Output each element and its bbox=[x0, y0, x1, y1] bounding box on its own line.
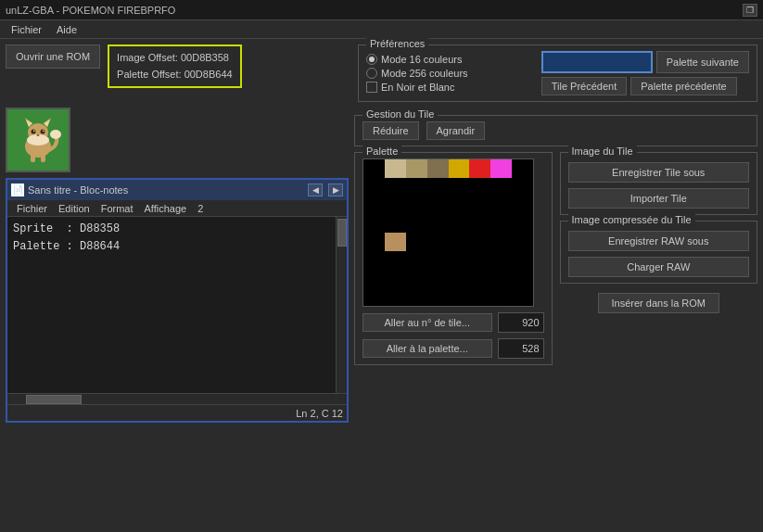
palette-color-cell[interactable] bbox=[512, 214, 533, 233]
goto-palette-button[interactable]: Aller à la palette... bbox=[362, 339, 492, 358]
radio-256-btn[interactable] bbox=[366, 68, 377, 79]
palette-color-cell[interactable] bbox=[490, 251, 512, 270]
menu-aide[interactable]: Aide bbox=[49, 22, 84, 37]
notepad-content[interactable]: Sprite : D88358 Palette : D88644 bbox=[7, 217, 347, 393]
palette-color-cell[interactable] bbox=[512, 159, 533, 178]
tile-prev-button[interactable]: Tile Précédent bbox=[541, 77, 628, 95]
palette-color-cell[interactable] bbox=[363, 214, 385, 233]
palette-color-cell[interactable] bbox=[449, 270, 470, 288]
palette-color-cell[interactable] bbox=[385, 159, 406, 178]
palette-color-cell[interactable] bbox=[385, 233, 406, 251]
palette-color-cell[interactable] bbox=[490, 178, 512, 196]
save-tile-button[interactable]: Enregistrer Tile sous bbox=[568, 162, 750, 183]
palette-color-cell[interactable] bbox=[385, 178, 406, 196]
palette-color-cell[interactable] bbox=[512, 178, 533, 196]
reduire-button[interactable]: Réduire bbox=[362, 121, 419, 140]
palette-color-cell[interactable] bbox=[427, 233, 449, 251]
tile-value-input[interactable] bbox=[498, 312, 544, 333]
h-scroll-thumb[interactable] bbox=[26, 395, 82, 404]
palette-color-cell[interactable] bbox=[385, 270, 406, 288]
palette-color-cell[interactable] bbox=[363, 251, 385, 270]
palette-color-cell[interactable] bbox=[512, 233, 533, 251]
palette-color-cell[interactable] bbox=[406, 270, 427, 288]
notepad-scrollbar-h[interactable] bbox=[7, 393, 347, 404]
restore-button[interactable]: ❐ bbox=[743, 4, 757, 17]
palette-color-cell[interactable] bbox=[512, 196, 533, 215]
open-rom-button[interactable]: Ouvrir une ROM bbox=[6, 44, 100, 69]
palette-color-cell[interactable] bbox=[512, 270, 533, 288]
palette-color-cell[interactable] bbox=[406, 233, 427, 251]
palette-color-cell[interactable] bbox=[363, 270, 385, 288]
palette-color-cell[interactable] bbox=[363, 159, 385, 178]
palette-color-cell[interactable] bbox=[449, 178, 470, 196]
palette-color-cell[interactable] bbox=[406, 287, 427, 306]
notepad-next-btn[interactable]: ▶ bbox=[328, 184, 343, 196]
palette-color-cell[interactable] bbox=[512, 287, 533, 306]
palette-color-cell[interactable] bbox=[406, 251, 427, 270]
menu-fichier[interactable]: Fichier bbox=[4, 22, 49, 37]
v-scroll-thumb[interactable] bbox=[337, 219, 347, 247]
palette-color-cell[interactable] bbox=[469, 233, 490, 251]
palette-color-cell[interactable] bbox=[490, 287, 512, 306]
palette-color-cell[interactable] bbox=[469, 287, 490, 306]
palette-color-cell[interactable] bbox=[490, 233, 512, 251]
checkbox-bw[interactable] bbox=[366, 82, 377, 93]
palette-color-cell[interactable] bbox=[449, 251, 470, 270]
palette-color-cell[interactable] bbox=[469, 214, 490, 233]
notepad-prev-btn[interactable]: ◀ bbox=[308, 184, 323, 196]
palette-color-cell[interactable] bbox=[385, 251, 406, 270]
palette-color-cell[interactable] bbox=[469, 251, 490, 270]
notepad-scrollbar-v[interactable] bbox=[336, 217, 347, 393]
palette-color-cell[interactable] bbox=[406, 159, 427, 178]
notepad-menu-affichage[interactable]: Affichage bbox=[139, 202, 193, 215]
palette-color-cell[interactable] bbox=[427, 287, 449, 306]
palette-prev-button[interactable]: Palette précédente bbox=[630, 77, 736, 95]
palette-color-cell[interactable] bbox=[427, 214, 449, 233]
notepad-menu-fichier[interactable]: Fichier bbox=[11, 202, 53, 215]
palette-next-button[interactable]: Palette suivante bbox=[656, 51, 749, 73]
palette-row[interactable] bbox=[363, 270, 533, 288]
import-tile-button[interactable]: Importer Tile bbox=[568, 188, 750, 209]
palette-color-cell[interactable] bbox=[427, 251, 449, 270]
palette-color-cell[interactable] bbox=[363, 233, 385, 251]
palette-color-cell[interactable] bbox=[512, 251, 533, 270]
palette-color-cell[interactable] bbox=[363, 287, 385, 306]
palette-color-cell[interactable] bbox=[449, 196, 470, 215]
insert-rom-button[interactable]: Insérer dans la ROM bbox=[598, 293, 719, 313]
notepad-menu-format[interactable]: Format bbox=[95, 202, 139, 215]
palette-color-cell[interactable] bbox=[427, 178, 449, 196]
palette-color-cell[interactable] bbox=[363, 178, 385, 196]
notepad-menu-edition[interactable]: Edition bbox=[53, 202, 95, 215]
palette-color-cell[interactable] bbox=[406, 178, 427, 196]
palette-color-cell[interactable] bbox=[427, 196, 449, 215]
load-raw-button[interactable]: Charger RAW bbox=[568, 257, 750, 277]
radio-16-btn[interactable] bbox=[366, 54, 377, 65]
palette-row[interactable] bbox=[363, 196, 533, 215]
palette-row[interactable] bbox=[363, 233, 533, 251]
palette-color-cell[interactable] bbox=[363, 196, 385, 215]
notepad-menu-2[interactable]: 2 bbox=[192, 202, 209, 215]
palette-row[interactable] bbox=[363, 251, 533, 270]
palette-color-cell[interactable] bbox=[427, 270, 449, 288]
agrandir-button[interactable]: Agrandir bbox=[426, 121, 486, 140]
palette-color-cell[interactable] bbox=[469, 178, 490, 196]
palette-color-cell[interactable] bbox=[490, 270, 512, 288]
save-raw-button[interactable]: Enregistrer RAW sous bbox=[568, 231, 750, 251]
palette-color-cell[interactable] bbox=[449, 287, 470, 306]
palette-color-cell[interactable] bbox=[469, 159, 490, 178]
palette-color-cell[interactable] bbox=[385, 287, 406, 306]
palette-row[interactable] bbox=[363, 287, 533, 306]
palette-row[interactable] bbox=[363, 159, 533, 178]
palette-row[interactable] bbox=[363, 178, 533, 196]
palette-color-cell[interactable] bbox=[406, 214, 427, 233]
palette-color-cell[interactable] bbox=[469, 270, 490, 288]
palette-color-cell[interactable] bbox=[449, 233, 470, 251]
palette-color-cell[interactable] bbox=[406, 196, 427, 215]
palette-row[interactable] bbox=[363, 214, 533, 233]
palette-color-cell[interactable] bbox=[469, 196, 490, 215]
palette-value-input[interactable] bbox=[498, 338, 544, 359]
palette-color-cell[interactable] bbox=[427, 159, 449, 178]
goto-tile-button[interactable]: Aller au n° de tile... bbox=[362, 313, 492, 332]
palette-color-cell[interactable] bbox=[449, 214, 470, 233]
palette-current-button[interactable] bbox=[541, 51, 653, 73]
